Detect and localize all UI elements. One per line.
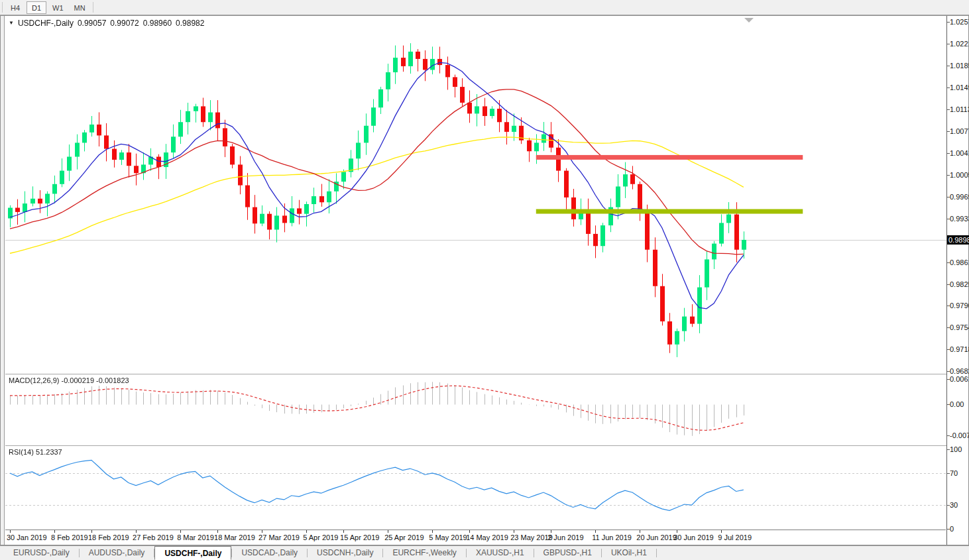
tab-eurchf-weekly[interactable]: EURCHF-,Weekly [383,546,465,560]
date-tick [514,530,514,533]
timeframe-button-w1[interactable]: W1 [48,1,68,14]
date-label: 5 Apr 2019 [303,533,338,541]
timeframe-toolbar: H4D1W1MN [0,0,969,15]
date-label: 11 Jun 2019 [592,533,632,541]
date-tick [677,530,677,533]
date-label: 14 May 2019 [466,533,508,541]
rsi-value: 51.2337 [36,448,62,456]
date-tick [10,530,11,533]
date-tick [54,530,55,533]
date-label: 18 Feb 2019 [88,533,129,541]
date-tick [432,530,433,533]
date-label: 25 Apr 2019 [384,533,424,541]
mt4-application: H4D1W1MN ▼ USDCHF-,Daily 0.99057 0.99072… [0,0,969,560]
chart-shift-marker-icon[interactable] [744,18,754,23]
tab-ukoil-h1[interactable]: UKOil-,H1 [602,546,656,560]
chart-canvas[interactable] [5,17,946,530]
collapse-indicator-icon: ▼ [9,20,14,26]
tab-usdchf-daily[interactable]: USDCHF-,Daily [154,546,231,560]
macd-main-value: -0.000219 [61,376,94,384]
tab-audusd-daily[interactable]: AUDUSD-,Daily [80,546,154,560]
ohlc-high-value: 0.99072 [110,19,139,28]
date-label: 30 Jan 2019 [7,533,47,541]
date-tick [640,530,640,533]
tab-usdcnh-daily[interactable]: USDCNH-,Daily [308,546,382,560]
ohlc-close-value: 0.98982 [176,19,204,28]
chart-tab-bar: EURUSD-,DailyAUDUSD-,DailyUSDCHF-,DailyU… [0,545,969,560]
rsi-pane-label: RSI(14) 51.2337 [9,448,62,456]
chart-window: ▼ USDCHF-,Daily 0.99057 0.99072 0.98960 … [0,15,969,545]
date-label: 27 Mar 2019 [258,533,300,541]
date-label: 8 Feb 2019 [51,533,88,541]
date-tick [136,530,137,533]
current-price-badge: 0.98982 [947,235,969,245]
tab-separator [656,549,657,557]
price-axis[interactable]: 1.025701.022101.018501.014901.011301.007… [946,16,968,545]
date-tick [469,530,470,533]
date-tick [91,530,92,533]
macd-indicator-name: MACD(12,26,9) [9,376,59,384]
date-label: 30 Jun 2019 [673,533,714,541]
date-label: 9 Jul 2019 [718,533,752,541]
date-label: 23 May 2019 [510,533,553,541]
date-label: 8 Mar 2019 [177,533,214,541]
date-tick [262,530,262,533]
toolbar-separator [2,2,3,13]
macd-pane-label: MACD(12,26,9) -0.000219 -0.001823 [9,376,129,384]
date-label: 15 Apr 2019 [340,533,379,541]
chart-symbol-label: USDCHF-,Daily [18,19,74,28]
timeframe-button-mn[interactable]: MN [70,1,90,14]
date-tick [595,530,596,533]
date-label: 2 Jun 2019 [547,533,583,541]
date-tick [388,530,388,533]
chart-title: ▼ USDCHF-,Daily 0.99057 0.99072 0.98960 … [9,19,204,28]
ohlc-open-value: 0.99057 [78,19,106,28]
date-tick [343,530,344,533]
date-label: 5 May 2019 [429,533,467,541]
macd-signal-value: -0.001823 [96,376,129,384]
rsi-indicator-name: RSI(14) [9,448,34,456]
date-tick [180,530,181,533]
toolbar-separator [93,2,93,13]
tab-gbpusd-h1[interactable]: GBPUSD-,H1 [534,546,601,560]
date-label: 18 Mar 2019 [214,533,255,541]
tab-eurusd-daily[interactable]: EURUSD-,Daily [4,546,79,560]
tab-usdcad-daily[interactable]: USDCAD-,Daily [232,546,307,560]
date-label: 20 Jun 2019 [636,533,677,541]
timeframe-button-d1[interactable]: D1 [27,1,46,14]
date-tick [217,530,218,533]
date-tick [306,530,307,533]
window-edge [1,16,5,545]
timeframe-button-h4[interactable]: H4 [5,1,25,14]
date-label: 27 Feb 2019 [133,533,174,541]
date-tick [721,530,722,533]
ohlc-low-value: 0.98960 [143,19,172,28]
date-tick [551,530,551,533]
tab-xauusd-h1[interactable]: XAUUSD-,H1 [467,546,534,560]
date-axis[interactable]: 30 Jan 20198 Feb 201918 Feb 201927 Feb 2… [5,530,946,543]
